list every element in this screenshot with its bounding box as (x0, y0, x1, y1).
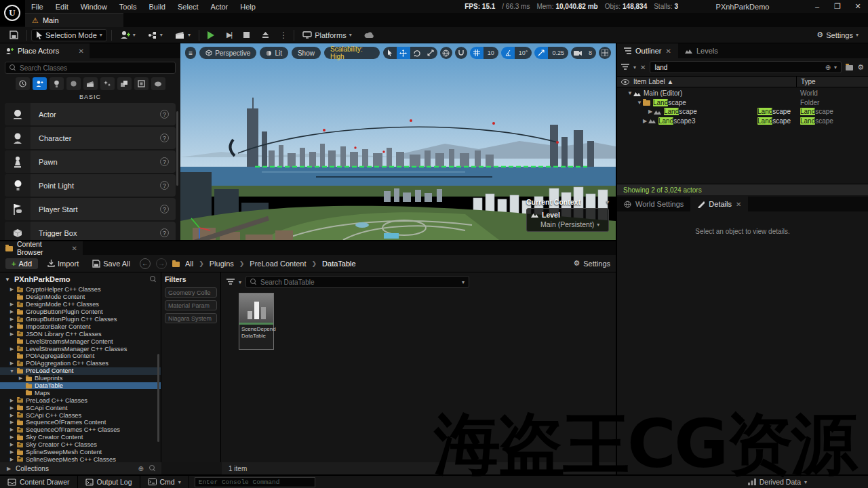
place-actor-item-pawn[interactable]: Pawn ? (5, 150, 176, 173)
breadcrumb-datatable[interactable]: DataTable (322, 260, 356, 268)
tree-item[interactable]: ▶SCApi Content (0, 404, 161, 411)
expand-arrow-icon[interactable]: ▼ (4, 277, 11, 283)
current-context-header[interactable]: Current Context ▾ (526, 198, 609, 206)
rotate-tool[interactable] (410, 47, 424, 59)
play-options-kebab[interactable]: ⋮ (277, 30, 290, 40)
category-cinematic[interactable] (83, 77, 98, 90)
play-button[interactable] (203, 30, 218, 41)
filter-chip-niagara-system[interactable]: Niagara System (165, 313, 217, 323)
rotation-snap-value[interactable]: 10° (515, 47, 532, 59)
menu-build[interactable]: Build (143, 0, 172, 13)
breadcrumb-preload-content[interactable]: PreLoad Content (250, 260, 306, 268)
outliner-search-input[interactable] (654, 64, 821, 71)
help-icon[interactable]: ? (160, 110, 169, 119)
category-recent[interactable] (16, 77, 30, 90)
perspective-dropdown[interactable]: Perspective (199, 47, 256, 59)
help-icon[interactable]: ? (160, 181, 169, 190)
scalability-badge[interactable]: Scalability: High (324, 47, 380, 59)
search-collections-icon[interactable] (149, 465, 156, 472)
tree-item[interactable]: ▶SequenceOfFrames Content (0, 419, 161, 426)
grid-snap-toggle[interactable] (470, 47, 484, 59)
menu-window[interactable]: Window (75, 0, 113, 13)
console-command-input[interactable] (195, 477, 315, 487)
tree-item[interactable]: ▶CryptoHelper C++ Classes (0, 286, 161, 293)
tree-item[interactable]: ▶SequenceOfFrames C++ Classes (0, 426, 161, 434)
save-icon[interactable] (5, 29, 22, 41)
add-collection-icon[interactable]: ⊕ (138, 465, 144, 472)
platforms-dropdown[interactable]: Platforms ▾ (298, 30, 355, 41)
chevron-down-icon[interactable]: ▾ (834, 64, 837, 70)
derived-data-button[interactable]: Derived Data ▾ (748, 478, 807, 486)
chevron-down-icon[interactable]: ▾ (462, 279, 465, 285)
menu-edit[interactable]: Edit (50, 0, 75, 13)
tab-outliner[interactable]: Outliner ✕ (617, 43, 678, 58)
clear-search-icon[interactable]: ✕ (640, 64, 646, 71)
scrollbar[interactable] (176, 111, 178, 186)
expand-arrow-icon[interactable]: ▼ (636, 100, 643, 106)
menu-file[interactable]: File (25, 0, 50, 13)
filter-icon[interactable] (621, 64, 629, 70)
outliner-row-landscape-folder[interactable]: ▼ Landscape Folder (617, 98, 868, 108)
tree-item[interactable]: ▶GroupButtonPlugin Content (0, 308, 161, 316)
content-browser-settings[interactable]: ⚙ Settings (573, 259, 610, 268)
close-button[interactable]: ✕ (848, 0, 868, 13)
maximize-viewport-button[interactable] (599, 47, 611, 59)
blueprints-button[interactable]: ▾ (144, 30, 167, 41)
tree-item[interactable]: Maps (0, 389, 161, 396)
stop-button[interactable] (239, 30, 254, 39)
scale-snap-value[interactable]: 0.25 (548, 47, 568, 59)
cinematics-button[interactable]: ▾ (171, 30, 195, 41)
chevron-down-icon[interactable]: ▾ (633, 64, 636, 70)
outliner-search-field[interactable]: ⊕ ▾ (650, 61, 842, 73)
add-button[interactable]: +Add (5, 258, 38, 269)
tree-item[interactable]: ▶Sky Creator Content (0, 434, 161, 441)
category-geometry[interactable] (117, 77, 132, 90)
chevron-down-icon[interactable]: ▾ (239, 279, 241, 285)
outliner-row-landscape[interactable]: ▶ Landscape Landscape Landscape (617, 107, 868, 117)
camera-speed-button[interactable] (571, 47, 585, 59)
output-log-button[interactable]: Output Log (78, 476, 140, 488)
tab-main-level[interactable]: ⚠ Main (25, 13, 123, 27)
tab-content-browser[interactable]: Content Browser ✕ (0, 241, 83, 255)
item-label-column-header[interactable]: Item Label ▲ (633, 78, 673, 85)
level-selector[interactable]: Main (Persistent) ▾ (531, 220, 604, 228)
place-actor-item-actor[interactable]: Actor ? (5, 103, 176, 125)
place-actor-item-character[interactable]: Character ? (5, 127, 176, 149)
selection-mode-dropdown[interactable]: Selection Mode ▾ (31, 29, 107, 41)
category-shapes[interactable] (66, 77, 81, 90)
world-coordinate-toggle[interactable] (440, 47, 452, 59)
settings-dropdown[interactable]: ⚙ Settings ▾ (812, 29, 863, 41)
tree-item[interactable]: ▶LevelStreamsManager C++ Classes (0, 345, 161, 352)
import-button[interactable]: Import (43, 258, 83, 269)
save-all-button[interactable]: Save All (88, 258, 134, 269)
rotation-snap-toggle[interactable] (501, 47, 515, 59)
menu-help[interactable]: Help (234, 0, 262, 13)
expand-arrow-icon[interactable]: ▶ (5, 466, 12, 472)
tree-item[interactable]: ▶Blueprints (0, 375, 161, 382)
asset-search-field[interactable]: ▾ (245, 276, 469, 288)
search-icon[interactable] (150, 276, 157, 283)
place-actor-item-point-light[interactable]: Point Light ? (5, 174, 176, 197)
camera-speed-value[interactable]: 8 (585, 47, 596, 59)
search-classes-input[interactable] (20, 64, 171, 72)
filter-chip-material-parameter[interactable]: Material Param (165, 300, 217, 310)
lit-dropdown[interactable]: Lit (260, 47, 288, 59)
close-icon[interactable]: ✕ (79, 47, 84, 55)
filter-icon[interactable] (226, 279, 235, 285)
breadcrumb-all[interactable]: All (185, 260, 193, 268)
help-icon[interactable]: ? (160, 134, 169, 142)
tree-item[interactable]: ▶ImpostorBaker Content (0, 323, 161, 330)
tab-world-settings[interactable]: World Settings (617, 197, 690, 211)
visibility-column-icon[interactable] (621, 79, 629, 85)
minimize-button[interactable]: – (807, 0, 827, 13)
asset-tile-scenedepend-datatable[interactable]: SceneDepend DataTable (239, 293, 274, 350)
cmd-dropdown[interactable]: Cmd ▾ (140, 476, 189, 488)
filter-chip-geometry-collection[interactable]: Geometry Colle (165, 287, 217, 298)
place-actor-item-player-start[interactable]: Player Start ? (5, 198, 176, 220)
help-icon[interactable]: ? (160, 205, 169, 214)
skip-button[interactable]: ▶| (222, 29, 235, 41)
scale-tool[interactable] (424, 47, 437, 59)
expand-arrow-icon[interactable]: ▶ (647, 108, 654, 115)
type-column-header[interactable]: Type (796, 77, 868, 87)
expand-arrow-icon[interactable]: ▼ (627, 90, 633, 96)
